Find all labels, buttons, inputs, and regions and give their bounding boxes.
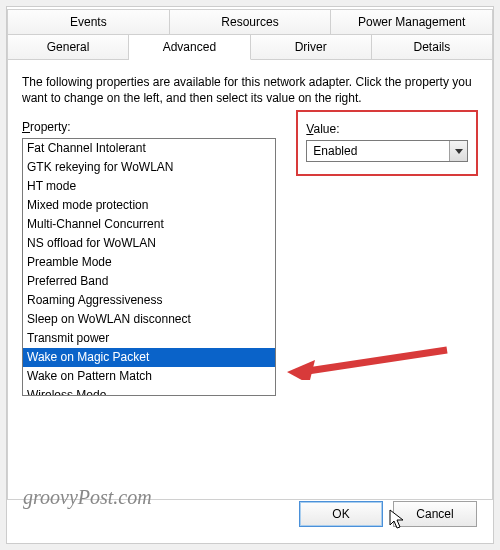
tab-general[interactable]: General [7,35,129,60]
dialog-buttons: OK Cancel [299,501,477,527]
property-label: Property: [22,120,276,134]
tab-advanced[interactable]: Advanced [129,35,250,60]
cancel-button[interactable]: Cancel [393,501,477,527]
tab-driver[interactable]: Driver [251,35,372,60]
value-dropdown[interactable]: Enabled [306,140,468,162]
value-dropdown-text: Enabled [307,144,449,158]
tabs-row-1: EventsResourcesPower Management [7,9,493,35]
advanced-tab-panel: The following properties are available f… [7,60,493,500]
tab-details[interactable]: Details [372,35,493,60]
properties-dialog: EventsResourcesPower Management GeneralA… [6,6,494,544]
property-item[interactable]: Wake on Pattern Match [23,367,275,386]
property-item[interactable]: Roaming Aggressiveness [23,291,275,310]
description-text: The following properties are available f… [22,74,478,106]
ok-button[interactable]: OK [299,501,383,527]
property-item[interactable]: Preferred Band [23,272,275,291]
property-item[interactable]: GTK rekeying for WoWLAN [23,158,275,177]
property-item[interactable]: HT mode [23,177,275,196]
property-item[interactable]: Wireless Mode [23,386,275,396]
property-item[interactable]: Fat Channel Intolerant [23,139,275,158]
property-item[interactable]: Sleep on WoWLAN disconnect [23,310,275,329]
chevron-down-icon[interactable] [449,141,467,161]
watermark-text: groovyPost.com [23,486,152,509]
value-highlight-box: Value: Enabled [296,110,478,176]
value-label: Value: [306,122,468,136]
tab-power-management[interactable]: Power Management [331,9,493,35]
property-listbox[interactable]: Fat Channel IntolerantGTK rekeying for W… [22,138,276,396]
property-item[interactable]: Mixed mode protection [23,196,275,215]
tabs-row-2: GeneralAdvancedDriverDetails [7,35,493,60]
property-item[interactable]: NS offload for WoWLAN [23,234,275,253]
property-item[interactable]: Preamble Mode [23,253,275,272]
tab-events[interactable]: Events [7,9,170,35]
property-item[interactable]: Wake on Magic Packet [23,348,275,367]
property-item[interactable]: Multi-Channel Concurrent [23,215,275,234]
tab-resources[interactable]: Resources [170,9,332,35]
property-item[interactable]: Transmit power [23,329,275,348]
